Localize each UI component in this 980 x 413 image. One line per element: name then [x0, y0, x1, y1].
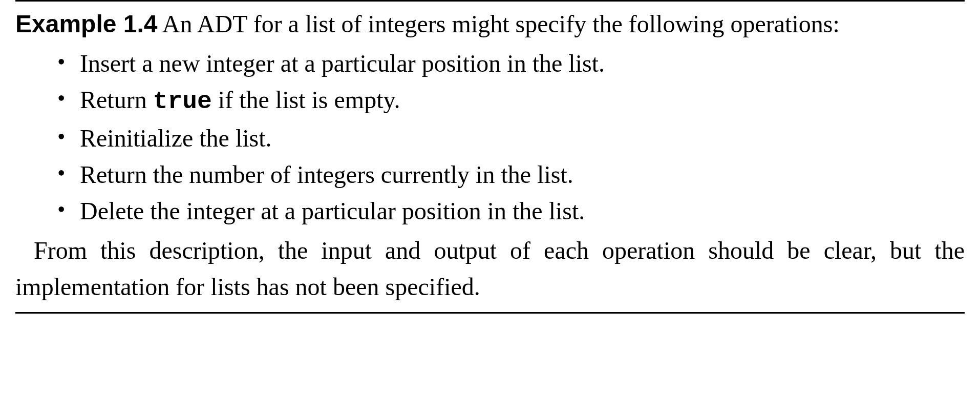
list-item-text: Insert a new integer at a particular pos… [80, 50, 605, 77]
example-conclusion: From this description, the input and out… [15, 232, 965, 305]
list-item: Return true if the list is empty. [72, 81, 965, 120]
example-block: Example 1.4 An ADT for a list of integer… [15, 0, 965, 314]
list-item-suffix: if the list is empty. [212, 86, 400, 113]
list-item: Return the number of integers currently … [72, 156, 965, 193]
list-item: Insert a new integer at a particular pos… [72, 45, 965, 81]
list-item-prefix: Return [80, 86, 153, 113]
list-item-text: Return the number of integers currently … [80, 161, 573, 188]
list-item: Reinitialize the list. [72, 120, 965, 156]
example-intro: Example 1.4 An ADT for a list of integer… [15, 6, 965, 42]
list-item-text: Reinitialize the list. [80, 125, 272, 152]
list-item-text: Delete the integer at a particular posit… [80, 197, 585, 224]
operations-list: Insert a new integer at a particular pos… [15, 45, 965, 229]
example-intro-text: An ADT for a list of integers might spec… [158, 10, 840, 37]
example-label: Example 1.4 [15, 10, 158, 37]
list-item: Delete the integer at a particular posit… [72, 193, 965, 229]
code-literal: true [153, 88, 212, 115]
